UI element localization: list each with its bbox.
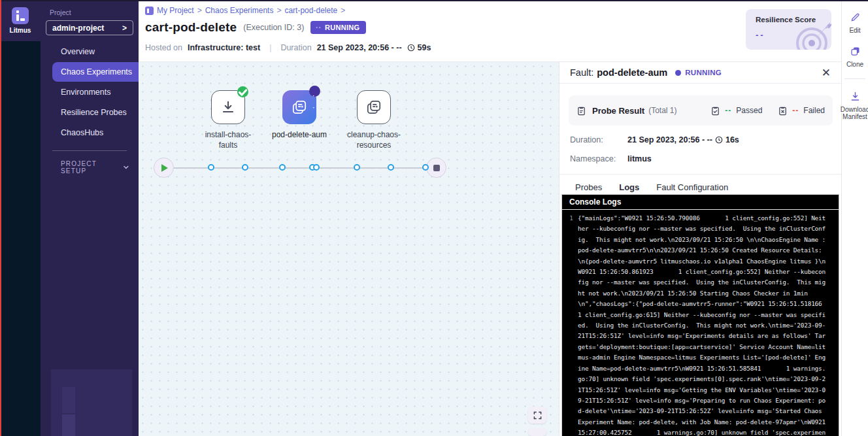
log-line: 21T15:26:51Z' level=info msg='Experiment… [565, 331, 836, 341]
elapsed-value: 59s [418, 43, 431, 52]
connector-dot[interactable] [422, 164, 429, 171]
sidebar-item-overview[interactable]: Overview [41, 42, 139, 61]
connector-dot[interactable] [279, 164, 286, 171]
sidebar-item-environments[interactable]: Environments [41, 82, 139, 102]
log-line: ig. This might not work.\n2023/09/21 15:… [565, 235, 836, 245]
stop-icon [433, 165, 440, 171]
sidebar-item-chaos-experiments[interactable]: Chaos Experiments [52, 62, 139, 82]
running-spinner-icon: ·· [316, 24, 322, 31]
running-dot-icon [675, 70, 681, 76]
log-line: d-delete'\ntime='2023-09-21T15:26:52Z' l… [565, 406, 836, 416]
sidebar-divider [52, 150, 127, 151]
connector-dot[interactable] [354, 164, 360, 171]
probe-total: (Total 1) [648, 106, 676, 115]
project-label: Project [50, 8, 139, 16]
passed-label: Passed [736, 106, 762, 115]
log-line: ine Name=pod-delete-aumvtrr5\nW0921 15:2… [565, 363, 836, 374]
download-manifest-label: DownloadManifest [841, 106, 868, 120]
breadcrumb: My Project > Chaos Experiments > cart-po… [145, 6, 345, 15]
breadcrumb-my-project[interactable]: My Project [157, 6, 194, 15]
download-manifest-button[interactable]: DownloadManifest [842, 79, 868, 120]
node-pod-delete-aum[interactable] [282, 90, 316, 124]
breadcrumb-logo-icon [145, 7, 154, 15]
probe-summary: -- Passed -- Failed [710, 106, 825, 116]
log-line: W0921 15:26:50.861923 1 client_config.go… [565, 267, 836, 277]
running-badge-icon [309, 86, 320, 97]
project-name: admin-project [52, 24, 104, 33]
probe-result-title: Probe Result [592, 106, 644, 116]
failed-count: -- [792, 106, 799, 115]
chevron-down-icon [123, 164, 129, 171]
duration-row: Duration: 21 Sep 2023, 20:56 - -- 16s [559, 135, 841, 144]
litmus-logo[interactable]: Litmus [0, 0, 41, 41]
duration-label: Duration [280, 43, 311, 52]
node-label-cleanup-chaos-resources: cleanup-chaos-resources [328, 129, 420, 150]
litmus-logo-icon [12, 7, 29, 24]
logo-rail: Litmus [0, 0, 41, 436]
sidebar: Project admin-project > Overview Chaos E… [41, 0, 139, 436]
console-logs-title: Console Logs [569, 197, 621, 207]
fullscreen-icon [533, 411, 542, 420]
end-node[interactable] [426, 158, 446, 178]
clock-icon [407, 44, 415, 52]
project-setup-toggle[interactable]: PROJECT SETUP [61, 160, 129, 175]
edit-button[interactable]: Edit [842, 0, 868, 34]
probe-result-card: Probe Result (Total 1) -- Passed -- Fail… [569, 95, 833, 126]
fault-name: pod-delete-aum [597, 67, 667, 78]
log-line: go:70] unknown field 'spec.experiments[0… [565, 374, 836, 384]
fault-status: RUNNING [685, 69, 722, 76]
hosted-on-label: Hosted on [145, 43, 182, 52]
clone-button[interactable]: Clone [842, 34, 868, 68]
log-line: \n{pod-delete-aumvtrr5 litmuschaos.io v1… [565, 256, 836, 267]
log-line: ht not work.\n2023/09/21 15:26:50 Starti… [565, 288, 836, 299]
status-badge: ·· RUNNING [310, 21, 366, 34]
breadcrumb-chaos-experiments[interactable]: Chaos Experiments [205, 6, 274, 15]
breadcrumb-separator: > [341, 6, 345, 15]
page-title: cart-pod-delete [145, 20, 237, 35]
pipeline-canvas[interactable]: install-chaos-faults pod-delete-aum clea… [139, 62, 559, 436]
log-line: 9-21T15:26:51Z' level=info msg='Preparin… [565, 395, 836, 406]
chaos-fault-icon [291, 99, 308, 116]
log-line: gets='deployment:boutique:[app=cartservi… [565, 342, 836, 352]
download-icon [220, 99, 237, 116]
action-rail: Edit Clone DownloadManifest [841, 0, 868, 436]
log-line: 1 client_config.go:615] Neither --kubeco… [565, 310, 836, 320]
log-line: pod-delete-aumvtrr5\n\n2023/09/21 15:26:… [565, 245, 836, 256]
connector-dot[interactable] [313, 164, 320, 171]
page-header: My Project > Chaos Experiments > cart-po… [139, 0, 841, 62]
failed-label: Failed [803, 106, 825, 115]
breadcrumb-cart-pod-delete[interactable]: cart-pod-delete [284, 6, 337, 15]
connector-dot[interactable] [208, 164, 214, 171]
fault-details-panel: Fault: pod-delete-aum RUNNING ✕ Probe Re… [559, 62, 841, 436]
zoom-button-partial[interactable] [528, 428, 546, 436]
pencil-icon [850, 12, 861, 23]
node-install-chaos-faults[interactable] [211, 90, 245, 124]
clipboard-check-icon [710, 106, 720, 116]
clone-label: Clone [846, 61, 863, 68]
clock-icon [715, 136, 723, 144]
namespace-value: litmus [627, 154, 652, 163]
litmus-logo-label: Litmus [10, 27, 31, 34]
clone-icon [850, 46, 861, 57]
console-log-body: 1{"mainLogs":"W0921 15:26:50.790086 1 cl… [562, 210, 839, 436]
sidebar-item-chaoshubs[interactable]: ChaosHubs [41, 123, 139, 143]
close-icon[interactable]: ✕ [822, 67, 831, 78]
sidebar-item-resilience-probes[interactable]: Resilience Probes [41, 103, 139, 122]
connector-dot[interactable] [242, 164, 248, 171]
connector-dot[interactable] [388, 164, 394, 171]
edit-label: Edit [849, 27, 860, 34]
project-setup-label: PROJECT SETUP [61, 160, 123, 175]
project-selector[interactable]: admin-project > [46, 20, 133, 35]
duration-label: Duration: [570, 135, 627, 144]
node-cleanup-chaos-resources[interactable] [357, 90, 391, 124]
experiment-meta: Hosted on Infrastructure: test | Duratio… [145, 43, 431, 52]
breadcrumb-separator: > [197, 6, 202, 15]
log-line: mus-admin Engine Namespace=litmus Experi… [565, 352, 836, 363]
download-icon [850, 91, 861, 102]
fullscreen-button[interactable] [528, 407, 546, 424]
start-node[interactable] [154, 158, 174, 178]
console-logs-panel[interactable]: Console Logs 1{"mainLogs":"W0921 15:26:5… [561, 194, 839, 436]
namespace-label: Namespace: [570, 154, 627, 163]
sidebar-footer-art [51, 369, 132, 436]
resilience-score-value: -- [756, 30, 765, 40]
